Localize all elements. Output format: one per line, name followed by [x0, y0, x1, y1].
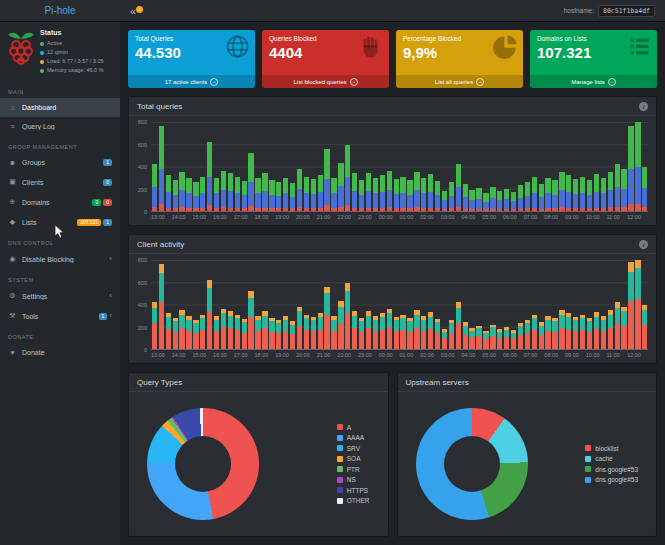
legend-item-a[interactable]: A	[337, 424, 370, 431]
stat-card-link[interactable]: List all queries→	[396, 75, 523, 88]
stat-card-link[interactable]: Manage lists→	[530, 75, 657, 88]
legend-item-dns-google-53[interactable]: dns.google#53	[585, 466, 638, 473]
sidebar-item-tools[interactable]: ⚒Tools1‹	[0, 306, 120, 326]
x-axis-tick: 14:00	[172, 352, 193, 361]
x-axis-tick: 10:00	[586, 214, 607, 223]
doughnut-chart	[416, 408, 528, 520]
bar-segment-blocked	[545, 208, 550, 211]
sidebar-item-lists[interactable]: ◆Lists107.3211	[0, 212, 120, 232]
bar-segment-cached	[283, 193, 288, 207]
bar-segment-client-1	[359, 332, 364, 349]
bar	[428, 122, 433, 211]
sidebar-item-settings[interactable]: ⚙Settings‹	[0, 286, 120, 306]
bar-segment-forwarded	[359, 180, 364, 195]
bar-segment-client-2	[366, 316, 371, 329]
legend-item-aaaa[interactable]: AAAA	[337, 434, 370, 441]
legend-item-srv[interactable]: SRV	[337, 445, 370, 452]
legend-item-https[interactable]: HTTPS	[337, 487, 370, 494]
bar-segment-forwarded	[469, 190, 474, 200]
legend-item-blocklist[interactable]: blocklist	[585, 445, 638, 452]
x-axis-tick: 12:00	[627, 214, 648, 223]
legend-swatch	[337, 477, 343, 483]
bar-segment-blocked	[621, 207, 626, 211]
bar-segment-blocked	[235, 208, 240, 211]
info-icon[interactable]: i	[639, 102, 648, 111]
bar-segment-cached	[587, 195, 592, 208]
bar	[414, 260, 419, 349]
bar-segment-cached	[173, 195, 178, 208]
total-queries-chart[interactable]: 800600400200013:0014:0015:0016:0017:0018…	[129, 116, 656, 225]
x-axis-tick: 07:00	[524, 352, 545, 361]
legend-item-cache[interactable]: cache	[585, 455, 638, 462]
x-axis-tick: 11:00	[606, 214, 627, 223]
bar-segment-client-1	[311, 331, 316, 349]
pihole-brand: Pi-hole	[0, 5, 120, 16]
query-types-chart[interactable]: AAAAASRVSOAPTRNSHTTPSOTHER	[129, 392, 388, 536]
bar-segment-client-1	[428, 329, 433, 349]
bar-segment-blocked	[490, 209, 495, 211]
bar-segment-client-1	[387, 327, 392, 349]
bar-segment-client-1	[518, 335, 523, 349]
sidebar-item-clients[interactable]: ▣Clients0	[0, 172, 120, 192]
bar-segment-client-2	[456, 308, 461, 324]
bar-segment-blocked	[173, 208, 178, 211]
x-axis-tick: 13:00	[151, 214, 172, 223]
bar-segment-cached	[200, 193, 205, 208]
bar-segment-cached	[324, 179, 329, 206]
menu-section-header: DNS CONTROL	[0, 232, 120, 249]
bar-segment-client-1	[297, 326, 302, 349]
legend-label: blocklist	[595, 445, 618, 452]
bar	[283, 260, 288, 349]
upstream-servers-chart[interactable]: blocklistcachedns.google#53dns.google#53	[398, 392, 657, 536]
bar-segment-cached	[387, 190, 392, 207]
bar-segment-cached	[373, 193, 378, 207]
bar-segment-blocked	[373, 208, 378, 211]
sidebar-item-label: Donate	[22, 349, 107, 356]
sidebar-item-dashboard[interactable]: ⌂Dashboard	[0, 98, 120, 117]
sidebar-item-domains[interactable]: ⊕Domains00	[0, 192, 120, 212]
legend-item-ptr[interactable]: PTR	[337, 466, 370, 473]
bar-segment-client-1	[152, 323, 157, 349]
info-icon[interactable]: i	[639, 240, 648, 249]
sidebar-item-groups[interactable]: ☻Groups1	[0, 153, 120, 172]
bar	[304, 260, 309, 349]
bar	[297, 122, 302, 211]
bar-segment-blocked	[338, 207, 343, 211]
bar-segment-cached	[193, 196, 198, 208]
bar-segment-blocked	[228, 208, 233, 211]
panel-title: Client activity	[137, 240, 184, 249]
sidebar-collapse-button[interactable]: «i	[120, 5, 149, 17]
stat-card-link[interactable]: List blocked queries→	[262, 75, 389, 88]
bar	[635, 260, 640, 349]
sidebar-item-query-log[interactable]: ≡Query Log	[0, 117, 120, 136]
status-dot	[40, 60, 44, 64]
total-queries-panel-header: Total queries i	[129, 97, 656, 116]
stat-card-link[interactable]: 17 active clients→	[128, 75, 255, 88]
bar	[642, 260, 647, 349]
bar-segment-forwarded	[380, 175, 385, 192]
sidebar-item-disable-blocking[interactable]: ◉Disable Blocking‹	[0, 249, 120, 269]
client-activity-chart[interactable]: 800600400200013:0014:0015:0016:0017:0018…	[129, 254, 656, 363]
x-axis-tick: 22:00	[337, 214, 358, 223]
bar-segment-forwarded	[587, 180, 592, 195]
bar-segment-client-1	[504, 337, 509, 349]
bar-segment-client-2	[628, 272, 633, 301]
bar-segment-client-1	[262, 328, 267, 349]
bar-segment-forwarded	[428, 174, 433, 191]
bar	[269, 122, 274, 211]
status-block: Status Active12 q/minLoad: 6.77 / 3.57 /…	[40, 29, 115, 75]
legend-item-ns[interactable]: NS	[337, 476, 370, 483]
bar-segment-client-1	[283, 331, 288, 349]
bar-segment-cached	[594, 192, 599, 208]
update-notification-badge[interactable]: i	[136, 6, 143, 13]
legend-item-other[interactable]: OTHER	[337, 497, 370, 504]
bar-segment-client-2	[207, 288, 212, 311]
bar-segment-client-1	[228, 328, 233, 349]
bar	[497, 122, 502, 211]
bar-segment-client-2	[635, 268, 640, 299]
sidebar-item-donate[interactable]: ♥Donate	[0, 343, 120, 362]
legend-item-soa[interactable]: SOA	[337, 455, 370, 462]
legend-item-dns-google-53[interactable]: dns.google#53	[585, 476, 638, 483]
bar	[269, 260, 274, 349]
bar-segment-blocked	[359, 208, 364, 211]
